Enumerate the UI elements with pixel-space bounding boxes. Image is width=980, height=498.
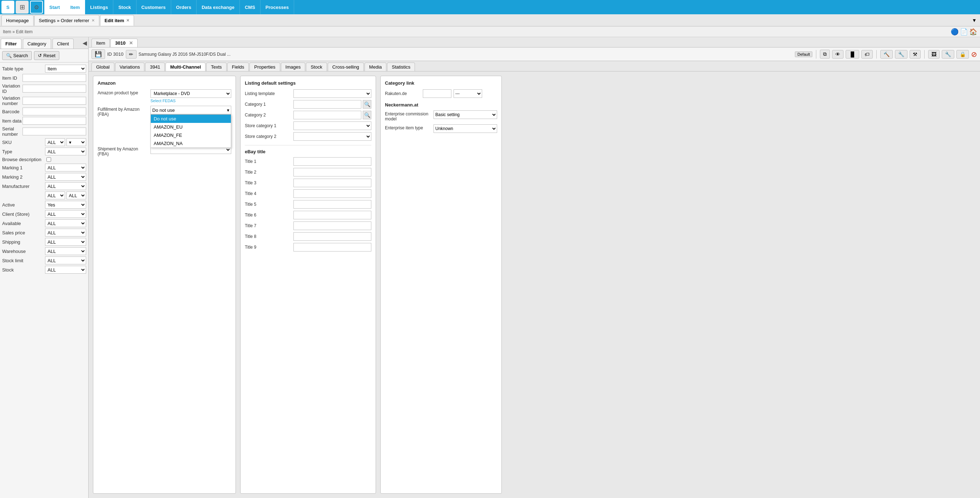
browse-desc-checkbox[interactable]	[46, 157, 51, 162]
title3-input[interactable]	[293, 179, 371, 187]
barcode-input[interactable]	[22, 108, 86, 116]
breadcrumb-action-1[interactable]: 🔵	[951, 28, 959, 36]
available-select[interactable]: ALL	[45, 219, 86, 227]
close-subtab-3010[interactable]: ✕	[129, 40, 133, 46]
filter-tab-filter[interactable]: Filter	[1, 38, 21, 49]
tab-edit-item[interactable]: Edit item ✕	[100, 15, 134, 26]
title2-input[interactable]	[293, 168, 371, 176]
tab-cross-selling[interactable]: Cross-selling	[328, 62, 364, 71]
title8-input[interactable]	[293, 232, 371, 241]
edit-button[interactable]: ✏	[126, 50, 137, 59]
nav-cms[interactable]: CMS	[240, 0, 261, 14]
rakuten-input[interactable]: 0	[423, 89, 452, 98]
fulfillment-dropdown[interactable]: Do not use ▾	[151, 106, 231, 114]
eye-button[interactable]: 👁	[832, 50, 843, 59]
close-tab-order-referrer[interactable]: ✕	[92, 18, 95, 23]
double-select-2[interactable]: ALL	[67, 192, 86, 199]
client-select[interactable]: ALL	[45, 210, 86, 218]
item-id-input[interactable]	[22, 74, 86, 82]
serial-number-input[interactable]	[22, 127, 86, 135]
sku-select-2[interactable]: ▾	[67, 138, 86, 146]
item-subtab-item[interactable]: Item	[92, 38, 110, 47]
tab-statistics[interactable]: Statistics	[387, 62, 415, 71]
listing-template-select[interactable]	[293, 89, 371, 98]
settings2-button[interactable]: 🔧	[942, 50, 954, 59]
sku-select-1[interactable]: ALL	[45, 138, 65, 146]
reset-button[interactable]: ↺ Reset	[34, 51, 59, 60]
category1-search-icon[interactable]: 🔍	[363, 100, 371, 109]
title7-input[interactable]	[293, 222, 371, 230]
breadcrumb-action-2[interactable]: 📄	[960, 28, 968, 36]
stock-select[interactable]: ALL	[45, 266, 86, 274]
select-fedas-link[interactable]: Select FEDAS	[151, 98, 231, 103]
lock-button[interactable]: 🔒	[956, 50, 969, 59]
variation-id-input[interactable]	[22, 85, 86, 92]
collapse-button[interactable]: ◀	[83, 40, 87, 46]
active-select[interactable]: Yes	[45, 201, 86, 209]
nav-customers[interactable]: Customers	[137, 0, 171, 14]
title4-input[interactable]	[293, 189, 371, 198]
tab-homepage[interactable]: Homepage	[2, 15, 33, 26]
rakuten-select[interactable]: ---	[453, 89, 482, 98]
dropdown-option-do-not-use[interactable]: Do not use	[151, 115, 231, 123]
title5-input[interactable]	[293, 200, 371, 209]
stock-limit-select[interactable]: ALL	[45, 257, 86, 264]
store-cat2-select[interactable]	[293, 132, 371, 141]
s-button[interactable]: S	[2, 1, 14, 14]
dropdown-option-amazon-na[interactable]: AMAZON_NA	[151, 139, 231, 147]
nav-start[interactable]: Start	[44, 0, 65, 14]
manufacturer-select[interactable]: ALL	[45, 182, 86, 190]
filter-tab-client[interactable]: Client	[52, 38, 74, 49]
tool3-button[interactable]: ⚒	[910, 50, 921, 59]
tab-texts[interactable]: Texts	[206, 62, 226, 71]
breadcrumb-action-3[interactable]: 🏠	[969, 28, 977, 36]
nav-listings[interactable]: Listings	[85, 0, 113, 14]
stop-button[interactable]: ⊘	[971, 50, 977, 59]
dashboard-icon[interactable]: ⊞	[16, 1, 29, 14]
nav-item[interactable]: Item	[65, 0, 86, 14]
tab-multi-channel[interactable]: Multi-Channel	[165, 62, 205, 71]
nav-processes[interactable]: Processes	[261, 0, 294, 14]
barcode-button[interactable]: ▐▌	[846, 50, 859, 59]
table-type-select[interactable]: Item	[45, 65, 86, 73]
copy-button[interactable]: ⧉	[820, 50, 830, 59]
marking1-select[interactable]: ALL	[45, 163, 86, 171]
category2-search-icon[interactable]: 🔍	[363, 111, 371, 119]
item-subtab-3010[interactable]: 3010 ✕	[110, 38, 137, 47]
variation-number-input[interactable]	[22, 97, 86, 105]
double-select-1[interactable]: ALL	[45, 192, 65, 199]
save-button[interactable]: 💾	[92, 49, 105, 59]
tab-properties[interactable]: Properties	[250, 62, 280, 71]
tab-global[interactable]: Global	[92, 62, 115, 71]
filter-tab-category[interactable]: Category	[23, 38, 51, 49]
title6-input[interactable]	[293, 211, 371, 219]
dropdown-option-amazon-fe[interactable]: AMAZON_FE	[151, 131, 231, 139]
shipping-select[interactable]: ALL	[45, 238, 86, 246]
type-select[interactable]: ALL	[45, 147, 86, 155]
wrench-button[interactable]: 🔧	[895, 50, 907, 59]
dropdown-option-amazon-eu[interactable]: AMAZON_EU	[151, 123, 231, 131]
tag-button[interactable]: 🏷	[861, 50, 873, 59]
sales-price-select[interactable]: ALL	[45, 228, 86, 236]
tab-images[interactable]: Images	[281, 62, 305, 71]
category1-input[interactable]	[293, 100, 361, 109]
tab-3941[interactable]: 3941	[145, 62, 165, 71]
tab-media[interactable]: Media	[364, 62, 387, 71]
title1-input[interactable]	[293, 157, 371, 166]
title9-input[interactable]	[293, 243, 371, 252]
tab-fields[interactable]: Fields	[227, 62, 249, 71]
store-cat1-select[interactable]	[293, 122, 371, 130]
gear-icon[interactable]: ⚙	[30, 1, 43, 14]
search-button[interactable]: 🔍 Search	[2, 51, 32, 60]
image-button[interactable]: 🖼	[928, 50, 940, 59]
hammer-button[interactable]: 🔨	[880, 50, 893, 59]
item-type-select[interactable]: Unknown	[434, 124, 497, 133]
commission-select[interactable]: Basic setting	[434, 110, 497, 119]
nav-data-exchange[interactable]: Data exchange	[197, 0, 240, 14]
tab-stock[interactable]: Stock	[306, 62, 327, 71]
warehouse-select[interactable]: ALL	[45, 247, 86, 255]
nav-orders[interactable]: Orders	[171, 0, 197, 14]
category2-input[interactable]	[293, 111, 361, 119]
tab-variations[interactable]: Variations	[115, 62, 145, 71]
item-data-input[interactable]	[22, 117, 86, 125]
